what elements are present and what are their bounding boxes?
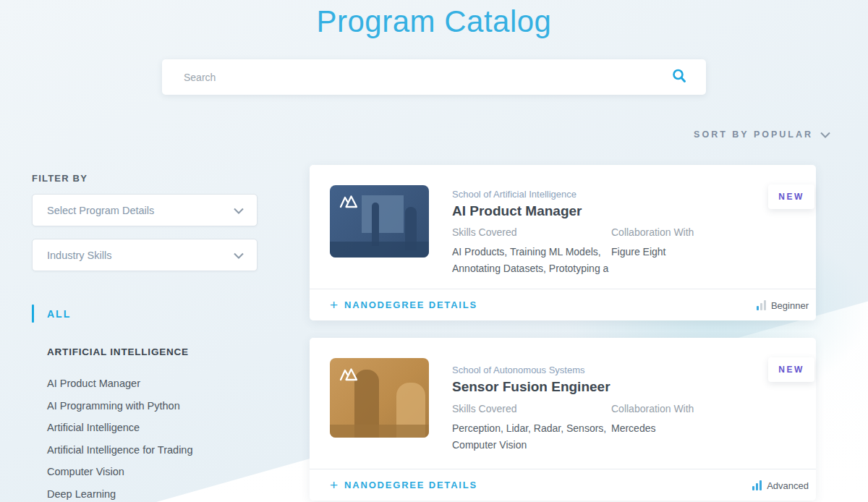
program-school[interactable]: School of Artificial Intelligence	[452, 189, 576, 200]
chevron-down-icon	[820, 128, 830, 141]
sidebar-item-artificial-intelligence[interactable]: Artificial Intelligence	[47, 417, 258, 439]
skills-covered-label: Skills Covered	[452, 226, 610, 238]
filter-by-heading: FILTER BY	[32, 173, 258, 184]
nanodegree-details-label: NANODEGREE DETAILS	[344, 480, 477, 490]
sidebar-item-all-label: ALL	[47, 308, 71, 320]
difficulty-level: Beginner	[757, 299, 809, 310]
active-filter-bar	[32, 305, 34, 323]
industry-skills-dropdown[interactable]: Industry Skills	[32, 239, 258, 271]
sidebar-item-all[interactable]: ALL	[32, 305, 258, 323]
program-details-dropdown-label: Select Program Details	[47, 205, 154, 216]
program-thumbnail[interactable]	[330, 358, 429, 438]
level-bars-icon	[757, 300, 766, 310]
level-name: Advanced	[767, 480, 809, 491]
industry-skills-dropdown-label: Industry Skills	[47, 250, 111, 261]
collaboration: Collaboration With Mercedes	[611, 403, 741, 437]
sidebar-category-artificial-intelligence[interactable]: ARTIFICIAL INTELLIGENCE	[47, 346, 258, 357]
collaboration-label: Collaboration With	[611, 226, 741, 238]
program-card-sensor-fusion-engineer: School of Autonomous Systems Sensor Fusi…	[310, 338, 816, 501]
thumbnail-scene	[362, 195, 404, 233]
sort-by-label: SORT BY POPULAR	[694, 129, 813, 140]
collaboration-value: Mercedes	[611, 420, 741, 437]
page-title: Program Catalog	[0, 4, 868, 39]
skills-covered-label: Skills Covered	[452, 403, 610, 414]
new-badge: NEW	[768, 357, 814, 382]
sidebar-item-ai-product-manager[interactable]: AI Product Manager	[47, 373, 258, 395]
collaboration-label: Collaboration With	[611, 403, 741, 414]
plus-icon: +	[330, 478, 338, 492]
search-input[interactable]	[162, 72, 665, 83]
nanodegree-details-button[interactable]: + NANODEGREE DETAILS	[330, 478, 477, 492]
nanodegree-details-button[interactable]: + NANODEGREE DETAILS	[330, 298, 477, 312]
search-icon	[671, 68, 687, 86]
program-school[interactable]: School of Autonomous Systems	[452, 365, 585, 375]
collaboration-value: Figure Eight	[611, 244, 741, 260]
skills-covered: Skills Covered Perception, Lidar, Radar,…	[452, 403, 610, 454]
program-title[interactable]: AI Product Manager	[452, 203, 582, 219]
new-badge: NEW	[768, 184, 814, 209]
sidebar-program-list: AI Product Manager AI Programming with P…	[47, 373, 258, 502]
card-footer: + NANODEGREE DETAILS Beginner	[310, 289, 816, 320]
filter-sidebar: FILTER BY Select Program Details Industr…	[32, 173, 258, 502]
level-bars-icon	[752, 480, 762, 490]
program-details-dropdown[interactable]: Select Program Details	[32, 194, 258, 226]
card-footer: + NANODEGREE DETAILS Advanced	[310, 469, 816, 501]
sort-by-control[interactable]: SORT BY POPULAR	[694, 128, 830, 141]
program-card-ai-product-manager: School of Artificial Intelligence AI Pro…	[310, 165, 816, 320]
level-name: Beginner	[771, 300, 809, 311]
skills-covered-value: AI Products, Training ML Models, Annotat…	[452, 244, 610, 277]
sidebar-item-artificial-intelligence-for-trading[interactable]: Artificial Intelligence for Trading	[47, 439, 258, 461]
difficulty-level: Advanced	[752, 480, 809, 490]
program-title[interactable]: Sensor Fusion Engineer	[452, 379, 610, 395]
plus-icon: +	[330, 298, 338, 312]
udacity-logo	[339, 195, 359, 211]
program-thumbnail[interactable]	[330, 185, 429, 258]
program-card-list: School of Artificial Intelligence AI Pro…	[310, 165, 816, 501]
sidebar-item-computer-vision[interactable]: Computer Vision	[47, 461, 258, 483]
udacity-logo	[339, 367, 359, 384]
sidebar-item-deep-learning[interactable]: Deep Learning	[47, 483, 258, 502]
nanodegree-details-label: NANODEGREE DETAILS	[344, 299, 477, 310]
sidebar-item-ai-programming-with-python[interactable]: AI Programming with Python	[47, 395, 258, 417]
skills-covered-value: Perception, Lidar, Radar, Sensors, Compu…	[452, 420, 610, 454]
skills-covered: Skills Covered AI Products, Training ML …	[452, 226, 610, 277]
chevron-down-icon	[234, 204, 244, 217]
search-button[interactable]	[665, 68, 706, 86]
chevron-down-icon	[234, 249, 244, 262]
collaboration: Collaboration With Figure Eight	[611, 226, 741, 260]
search-bar[interactable]	[162, 59, 706, 95]
